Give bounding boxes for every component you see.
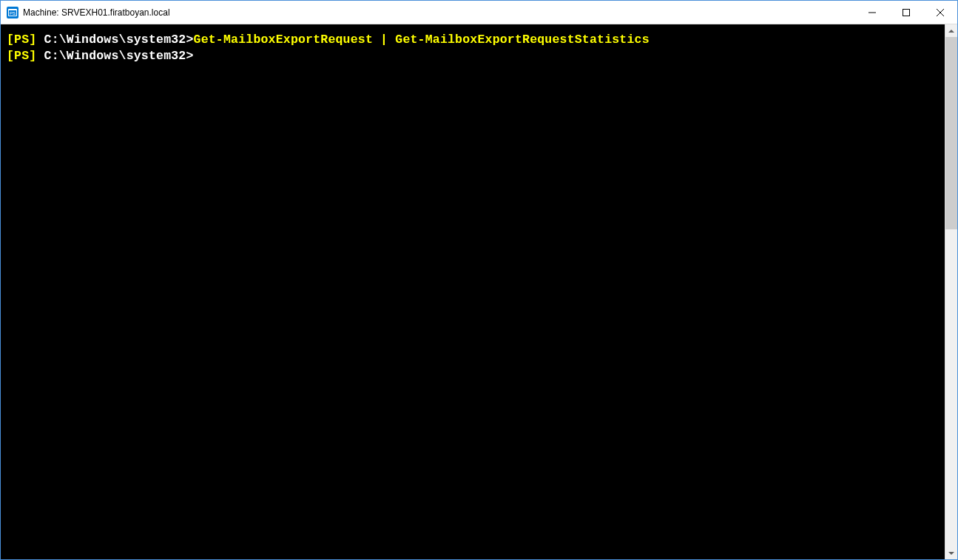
terminal-container: [PS] C:\Windows\system32>Get-MailboxExpo… <box>1 24 957 559</box>
command-text: Get-MailboxExportRequest | Get-MailboxEx… <box>194 33 650 47</box>
scroll-track[interactable] <box>945 37 957 547</box>
titlebar[interactable]: PS Machine: SRVEXH01.firatboyan.local <box>1 1 957 24</box>
ps-indicator: [PS] <box>7 49 36 63</box>
vertical-scrollbar[interactable] <box>945 24 957 559</box>
svg-text:PS: PS <box>10 11 16 16</box>
minimize-button[interactable] <box>855 1 889 24</box>
app-icon: PS <box>7 7 18 18</box>
svg-rect-5 <box>903 9 910 16</box>
chevron-up-icon <box>948 30 954 33</box>
close-button[interactable] <box>923 1 957 24</box>
scroll-thumb[interactable] <box>945 37 957 229</box>
scroll-up-button[interactable] <box>945 24 957 37</box>
scroll-down-button[interactable] <box>945 547 957 559</box>
chevron-down-icon <box>948 552 954 555</box>
terminal-line: [PS] C:\Windows\system32> <box>7 48 939 64</box>
ps-indicator: [PS] <box>7 33 36 47</box>
prompt-path: C:\Windows\system32> <box>36 33 193 47</box>
window-title: Machine: SRVEXH01.firatboyan.local <box>23 7 855 18</box>
prompt-path: C:\Windows\system32> <box>36 49 193 63</box>
maximize-button[interactable] <box>889 1 923 24</box>
terminal[interactable]: [PS] C:\Windows\system32>Get-MailboxExpo… <box>1 24 945 559</box>
window-controls <box>855 1 957 24</box>
terminal-line: [PS] C:\Windows\system32>Get-MailboxExpo… <box>7 32 939 48</box>
